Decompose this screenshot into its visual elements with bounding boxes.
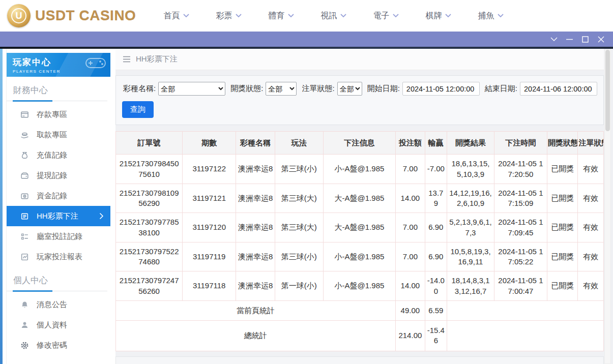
sidebar-item-label: 個人資料	[37, 320, 67, 330]
table-cell: 31197121	[183, 184, 236, 213]
table-cell: 有效	[578, 271, 604, 301]
nav-item-video[interactable]: 視訊	[307, 6, 360, 26]
page-summary-empty	[447, 300, 604, 320]
window-frame-left-edge	[0, 49, 3, 364]
window-titlebar	[0, 32, 613, 47]
chevron-down-icon	[236, 14, 242, 18]
pagination-bar: 每頁顯示20條 共25条 首页 上一页 [1][2] 下一页 第 页 跳转	[115, 356, 604, 364]
table-cell: 6.90	[425, 242, 447, 271]
sidebar-item-lottery-bets[interactable]: HH彩票下注	[7, 206, 110, 226]
bets-table-wrap: 訂單號期數彩種名稱玩法下注信息投注額輸贏開獎結果下注時間開獎狀態注單狀態 215…	[115, 131, 604, 351]
table-cell: 2152173079752274680	[116, 242, 183, 271]
table-cell: 2024-11-05 17:09:45	[494, 213, 547, 242]
table-cell: 小-A盤@1.985	[323, 271, 395, 301]
table-row: 215217307984507561031197122澳洲幸运8第三球(小)小-…	[116, 155, 604, 184]
table-cell: 10,5,8,19,3,16,9,11	[447, 242, 494, 271]
maximize-icon[interactable]	[577, 32, 593, 47]
sidebar-item-deposit[interactable]: 存款專區	[7, 104, 110, 125]
table-cell: 澳洲幸运8	[236, 184, 275, 213]
hamburger-icon[interactable]	[123, 56, 131, 63]
recharge-record-icon	[20, 151, 29, 160]
order-status-label: 注單狀態:	[302, 84, 334, 94]
usdt-coin-icon: U	[7, 4, 31, 27]
table-cell: 13.79	[425, 184, 447, 213]
personal-menu: 消息公告 個人資料 修改密碼	[7, 291, 110, 355]
sidebar-item-label: 存款專區	[37, 110, 67, 119]
nav-item-label: 體育	[268, 11, 284, 21]
page-summary-winloss: 6.59	[425, 300, 447, 320]
close-icon[interactable]	[593, 32, 609, 47]
window-chevron-down-icon[interactable]	[546, 32, 562, 47]
vertical-scrollbar[interactable]	[604, 49, 611, 364]
table-cell: 小-A盤@1.985	[323, 242, 395, 271]
breadcrumb: HH彩票下注	[115, 49, 604, 70]
table-cell: 澳洲幸运8	[236, 155, 275, 184]
room-bets-icon	[20, 232, 29, 241]
total-summary-empty	[447, 321, 604, 351]
logo-monogram: U	[11, 8, 26, 23]
sidebar-item-recharge-record[interactable]: 充值記錄	[7, 145, 110, 165]
table-cell: 2024-11-05 17:15:09	[494, 184, 547, 213]
sidebar-item-announcements[interactable]: 消息公告	[7, 294, 110, 315]
table-cell: 2152173079810956290	[116, 184, 183, 213]
sidebar-item-label: 消息公告	[37, 300, 67, 310]
search-button[interactable]: 查詢	[122, 101, 154, 118]
bets-table: 訂單號期數彩種名稱玩法下注信息投注額輸贏開獎結果下注時間開獎狀態注單狀態 215…	[115, 131, 604, 351]
app-body: 玩家中心 PLAYERS CENTER 財務中心 存款專區 取款專區 充值記錄	[0, 49, 613, 364]
nav-item-slots[interactable]: 電子	[360, 6, 412, 26]
gamepad-icon	[85, 56, 106, 70]
table-cell: 7.00	[396, 155, 425, 184]
sidebar-item-withdraw-record[interactable]: 提現記錄	[7, 165, 110, 186]
table-cell: 31197122	[183, 155, 236, 184]
logo[interactable]: U USDT CASINO	[0, 4, 136, 27]
table-cell: 已開獎	[547, 271, 578, 301]
table-body: 215217307984507561031197122澳洲幸运8第三球(小)小-…	[116, 155, 604, 301]
nav-item-fishing[interactable]: 捕魚	[464, 6, 517, 26]
table-cell: 31197119	[183, 242, 236, 271]
sidebar-item-withdraw[interactable]: 取款專區	[7, 125, 110, 145]
scrollbar-thumb[interactable]	[605, 50, 610, 131]
table-cell: 第三球(大)	[275, 184, 323, 213]
withdraw-icon	[20, 131, 29, 139]
nav-item-sports[interactable]: 體育	[255, 6, 307, 26]
page-summary-bet: 49.00	[396, 300, 425, 320]
sidebar-item-label: HH彩票下注	[37, 211, 78, 221]
page-summary-row: 當前頁統計 49.00 6.59	[116, 300, 604, 320]
sidebar-item-label: 提現記錄	[37, 171, 67, 180]
end-date-input[interactable]	[520, 82, 597, 96]
table-cell: 大-A盤@1.985	[323, 184, 395, 213]
table-cell: 已開獎	[547, 184, 578, 213]
column-header: 下注信息	[323, 132, 395, 155]
sidebar: 玩家中心 PLAYERS CENTER 財務中心 存款專區 取款專區 充值記錄	[6, 49, 110, 364]
sidebar-item-room-bets[interactable]: 廳室投註記錄	[7, 226, 110, 247]
table-cell: 2024-11-05 17:00:47	[494, 271, 547, 301]
nav-item-label: 首頁	[163, 11, 180, 21]
column-header: 開獎結果	[447, 132, 494, 155]
nav-item-home[interactable]: 首頁	[150, 6, 202, 26]
total-summary-bet: 214.00	[396, 321, 425, 351]
table-cell: 31197118	[183, 271, 236, 301]
order-status-select[interactable]: 全部	[337, 82, 362, 96]
start-date-input[interactable]	[402, 82, 480, 96]
sidebar-item-bet-report[interactable]: 玩家投注報表	[7, 247, 110, 267]
column-header: 玩法	[275, 132, 323, 155]
table-cell: 18,14,8,3,13,12,16,7	[447, 271, 494, 301]
withdraw-record-icon	[20, 171, 29, 180]
main-nav: 首頁 彩票 體育 視訊 電子 棋牌 捕魚	[150, 6, 517, 26]
nav-item-boardgames[interactable]: 棋牌	[412, 6, 464, 26]
sidebar-item-change-password[interactable]: 修改密碼	[7, 335, 110, 355]
nav-item-lottery[interactable]: 彩票	[202, 6, 255, 26]
draw-status-select[interactable]: 全部	[266, 82, 297, 96]
sidebar-header: 玩家中心 PLAYERS CENTER	[7, 53, 110, 77]
chevron-down-icon	[340, 14, 346, 18]
sidebar-item-profile[interactable]: 個人資料	[7, 315, 110, 335]
bell-icon	[20, 300, 29, 309]
lottery-bets-icon	[20, 212, 29, 221]
table-cell: 7.00	[396, 242, 425, 271]
chevron-down-icon	[183, 14, 189, 18]
table-cell: 31197120	[183, 213, 236, 242]
minimize-icon[interactable]	[562, 32, 577, 47]
sidebar-item-funds-record[interactable]: 資金記錄	[7, 186, 110, 206]
page-title: HH彩票下注	[136, 54, 178, 64]
lottery-name-select[interactable]: 全部	[158, 82, 225, 96]
